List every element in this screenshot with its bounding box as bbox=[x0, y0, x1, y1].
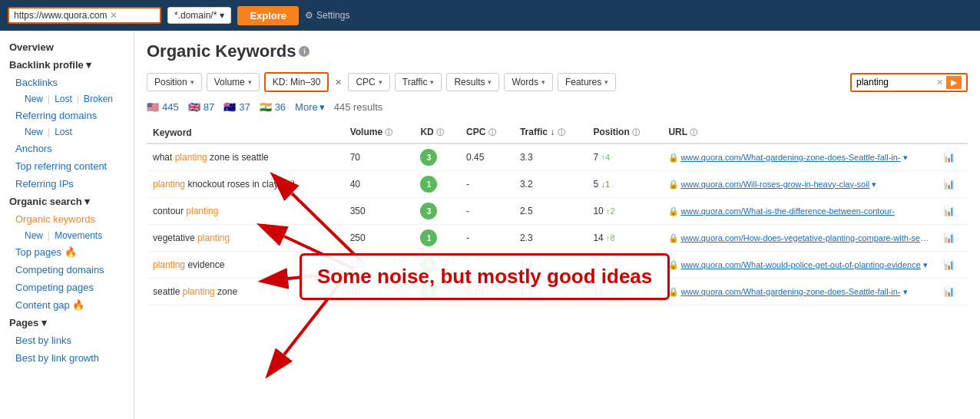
bar-chart-icon[interactable]: 📊 bbox=[943, 286, 955, 297]
url-cell[interactable]: 🔒www.quora.com/What-is-the-difference-be… bbox=[662, 198, 937, 225]
explore-button[interactable]: Explore bbox=[237, 6, 299, 25]
bar-chart-cell[interactable]: 📊 bbox=[937, 279, 968, 305]
url-dropdown-icon[interactable]: ▾ bbox=[903, 153, 908, 162]
kd-badge: 7 bbox=[420, 283, 437, 300]
sidebar-item-pages[interactable]: Pages ▾ bbox=[0, 314, 134, 332]
keyword-highlight[interactable]: planting bbox=[183, 286, 215, 297]
settings-button[interactable]: ⚙ Settings bbox=[305, 10, 349, 21]
sidebar-item-organic-keywords[interactable]: Organic keywords bbox=[0, 210, 134, 228]
col-position[interactable]: Position ⓘ bbox=[587, 122, 662, 144]
url-link[interactable]: www.quora.com/What-gardening-zone-does-S… bbox=[680, 153, 900, 162]
sidebar-item-referring-new[interactable]: New bbox=[25, 127, 43, 137]
position-filter[interactable]: Position ▾ bbox=[147, 73, 202, 91]
url-dropdown-icon[interactable]: ▾ bbox=[872, 180, 876, 189]
bar-chart-icon[interactable]: 📊 bbox=[943, 233, 955, 243]
url-cell[interactable]: 🔒www.quora.com/What-gardening-zone-does-… bbox=[662, 144, 937, 171]
kd-filter[interactable]: KD: Min–30 bbox=[264, 72, 329, 92]
bar-chart-cell[interactable]: 📊 bbox=[937, 225, 968, 252]
sidebar-item-backlinks-new[interactable]: New bbox=[25, 94, 43, 104]
flag-au[interactable]: 37 bbox=[223, 101, 250, 113]
sidebar-item-referring-ips[interactable]: Referring IPs bbox=[0, 175, 134, 193]
col-volume[interactable]: Volume ⓘ bbox=[344, 122, 415, 144]
bar-chart-cell[interactable]: 📊 bbox=[937, 198, 968, 225]
bar-chart-icon[interactable]: 📊 bbox=[943, 179, 955, 190]
domain-filter[interactable]: *.domain/* ▾ bbox=[167, 7, 231, 24]
cpc-filter-chevron: ▾ bbox=[379, 78, 382, 86]
url-input-wrap[interactable]: https://www.quora.com ✕ bbox=[8, 7, 161, 24]
position-value: 5 bbox=[593, 179, 598, 190]
words-filter[interactable]: Words ▾ bbox=[504, 73, 552, 91]
sidebar-item-referring-lost[interactable]: Lost bbox=[55, 127, 72, 137]
search-go-button[interactable]: ▶ bbox=[946, 76, 962, 89]
url-clear-icon[interactable]: ✕ bbox=[110, 10, 155, 21]
sidebar-item-organic-new[interactable]: New bbox=[25, 230, 43, 241]
sidebar-item-organic-movements[interactable]: Movements bbox=[55, 230, 102, 241]
url-cell[interactable]: 🔒www.quora.com/Will-roses-grow-in-heavy-… bbox=[662, 171, 937, 198]
url-cell[interactable]: 🔒www.quora.com/What-gardening-zone-does-… bbox=[662, 279, 937, 305]
keyword-suffix: zone is seattle bbox=[207, 152, 269, 163]
col-traffic[interactable]: Traffic ↓ ⓘ bbox=[514, 122, 587, 144]
results-count: 445 results bbox=[334, 101, 383, 113]
col-kd[interactable]: KD ⓘ bbox=[414, 122, 460, 144]
url-dropdown-icon[interactable]: ▾ bbox=[903, 287, 908, 296]
sidebar-item-backlinks-lost[interactable]: Lost bbox=[55, 94, 72, 104]
main-layout: Overview Backlink profile ▾ Backlinks Ne… bbox=[0, 31, 980, 419]
sidebar-item-backlinks-broken[interactable]: Broken bbox=[84, 94, 113, 104]
bar-chart-icon[interactable]: 📊 bbox=[943, 206, 955, 216]
title-info-icon[interactable]: i bbox=[299, 46, 310, 57]
sidebar-item-best-by-links[interactable]: Best by links bbox=[0, 332, 134, 349]
bar-chart-cell[interactable]: 📊 bbox=[937, 252, 968, 279]
kd-badge: 1 bbox=[420, 176, 437, 193]
sidebar-item-anchors[interactable]: Anchors bbox=[0, 140, 134, 157]
sidebar-item-backlink-profile[interactable]: Backlink profile ▾ bbox=[0, 56, 134, 74]
cpc-filter[interactable]: CPC ▾ bbox=[348, 73, 389, 91]
bar-chart-icon[interactable]: 📊 bbox=[943, 259, 955, 270]
sidebar-item-content-gap[interactable]: Content gap 🔥 bbox=[0, 296, 134, 314]
keyword-search-wrap[interactable]: ✕ ▶ bbox=[850, 73, 968, 92]
flag-in[interactable]: 36 bbox=[260, 101, 286, 113]
more-button[interactable]: More ▾ bbox=[295, 101, 325, 113]
col-url[interactable]: URL ⓘ bbox=[662, 122, 937, 144]
volume-filter[interactable]: Volume ▾ bbox=[207, 73, 260, 91]
traffic-filter[interactable]: Traffic ▾ bbox=[395, 73, 442, 91]
results-filter[interactable]: Results ▾ bbox=[446, 73, 499, 91]
lock-icon: 🔒 bbox=[668, 180, 679, 189]
keyword-highlight[interactable]: planting bbox=[175, 152, 207, 163]
sidebar-item-competing-pages[interactable]: Competing pages bbox=[0, 279, 134, 296]
col-keyword[interactable]: Keyword bbox=[147, 122, 344, 144]
bar-chart-cell[interactable]: 📊 bbox=[937, 171, 968, 198]
features-filter[interactable]: Features ▾ bbox=[558, 73, 616, 91]
sidebar-item-organic-search[interactable]: Organic search ▾ bbox=[0, 193, 134, 210]
filter-bar: Position ▾ Volume ▾ KD: Min–30 ✕ CPC ▾ T… bbox=[147, 72, 968, 92]
position-value: 14 bbox=[593, 259, 603, 270]
url-cell[interactable]: 🔒www.quora.com/What-would-police-get-out… bbox=[662, 252, 937, 279]
keyword-highlight[interactable]: planting bbox=[186, 206, 218, 216]
url-cell[interactable]: 🔒www.quora.com/How-does-vegetative-plant… bbox=[662, 225, 937, 252]
keyword-highlight[interactable]: planting bbox=[197, 233, 230, 243]
url-link[interactable]: www.quora.com/How-does-vegetative-planti… bbox=[680, 233, 937, 242]
traffic-cell: 3.3 bbox=[514, 144, 587, 171]
flag-gb[interactable]: 87 bbox=[188, 101, 214, 113]
url-link[interactable]: www.quora.com/Will-roses-grow-in-heavy-c… bbox=[680, 180, 869, 189]
kd-filter-close[interactable]: ✕ bbox=[333, 78, 343, 87]
keyword-search-input[interactable] bbox=[856, 77, 933, 87]
keyword-highlight[interactable]: planting bbox=[153, 179, 185, 190]
traffic-cell: 2.5 bbox=[514, 198, 587, 225]
flag-us[interactable]: 445 bbox=[147, 101, 179, 113]
url-link[interactable]: www.quora.com/What-would-police-get-out-… bbox=[680, 260, 920, 269]
bar-chart-icon[interactable]: 📊 bbox=[943, 152, 955, 163]
url-link[interactable]: www.quora.com/What-is-the-difference-bet… bbox=[680, 206, 895, 216]
bar-chart-cell[interactable]: 📊 bbox=[937, 144, 968, 171]
col-cpc[interactable]: CPC ⓘ bbox=[460, 122, 514, 144]
sidebar-item-referring-domains[interactable]: Referring domains bbox=[0, 107, 134, 124]
url-link[interactable]: www.quora.com/What-gardening-zone-does-S… bbox=[680, 287, 900, 296]
sidebar-item-best-by-growth[interactable]: Best by link growth bbox=[0, 349, 134, 367]
sidebar-item-competing-domains[interactable]: Competing domains bbox=[0, 261, 134, 279]
sidebar-item-top-pages[interactable]: Top pages 🔥 bbox=[0, 243, 134, 261]
sidebar-item-overview[interactable]: Overview bbox=[0, 38, 134, 56]
keyword-highlight[interactable]: planting bbox=[153, 259, 185, 270]
search-clear-icon[interactable]: ✕ bbox=[936, 78, 943, 87]
url-dropdown-icon[interactable]: ▾ bbox=[923, 260, 928, 269]
sidebar-item-top-referring[interactable]: Top referring content bbox=[0, 157, 134, 175]
sidebar-item-backlinks[interactable]: Backlinks bbox=[0, 74, 134, 91]
